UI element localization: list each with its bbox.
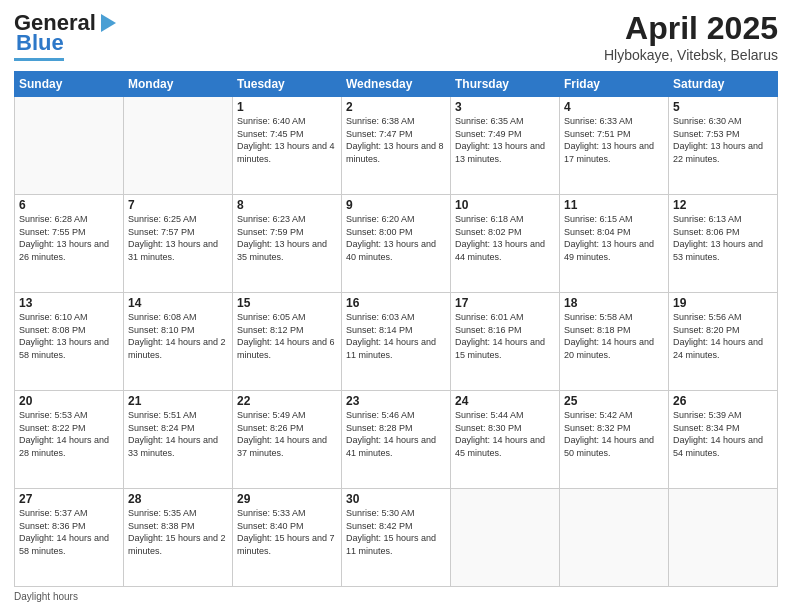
table-row: 29 Sunrise: 5:33 AMSunset: 8:40 PMDaylig… — [233, 489, 342, 587]
day-number: 13 — [19, 296, 119, 310]
day-info: Sunrise: 6:05 AMSunset: 8:12 PMDaylight:… — [237, 312, 335, 360]
day-number: 1 — [237, 100, 337, 114]
day-number: 29 — [237, 492, 337, 506]
day-info: Sunrise: 6:18 AMSunset: 8:02 PMDaylight:… — [455, 214, 545, 262]
day-number: 16 — [346, 296, 446, 310]
table-row — [669, 489, 778, 587]
day-number: 10 — [455, 198, 555, 212]
table-row: 18 Sunrise: 5:58 AMSunset: 8:18 PMDaylig… — [560, 293, 669, 391]
table-row: 9 Sunrise: 6:20 AMSunset: 8:00 PMDayligh… — [342, 195, 451, 293]
footer-note: Daylight hours — [14, 591, 778, 602]
day-number: 9 — [346, 198, 446, 212]
day-info: Sunrise: 5:35 AMSunset: 8:38 PMDaylight:… — [128, 508, 226, 556]
day-number: 3 — [455, 100, 555, 114]
calendar-table: Sunday Monday Tuesday Wednesday Thursday… — [14, 71, 778, 587]
day-number: 27 — [19, 492, 119, 506]
day-info: Sunrise: 5:56 AMSunset: 8:20 PMDaylight:… — [673, 312, 763, 360]
header: General Blue April 2025 Hlybokaye, Viteb… — [14, 10, 778, 63]
day-number: 17 — [455, 296, 555, 310]
table-row: 7 Sunrise: 6:25 AMSunset: 7:57 PMDayligh… — [124, 195, 233, 293]
day-number: 18 — [564, 296, 664, 310]
day-info: Sunrise: 5:37 AMSunset: 8:36 PMDaylight:… — [19, 508, 109, 556]
table-row: 27 Sunrise: 5:37 AMSunset: 8:36 PMDaylig… — [15, 489, 124, 587]
table-row: 4 Sunrise: 6:33 AMSunset: 7:51 PMDayligh… — [560, 97, 669, 195]
col-friday: Friday — [560, 72, 669, 97]
col-saturday: Saturday — [669, 72, 778, 97]
table-row: 12 Sunrise: 6:13 AMSunset: 8:06 PMDaylig… — [669, 195, 778, 293]
day-info: Sunrise: 5:46 AMSunset: 8:28 PMDaylight:… — [346, 410, 436, 458]
logo-blue-text: Blue — [16, 30, 64, 56]
day-info: Sunrise: 6:23 AMSunset: 7:59 PMDaylight:… — [237, 214, 327, 262]
col-monday: Monday — [124, 72, 233, 97]
table-row — [451, 489, 560, 587]
day-number: 21 — [128, 394, 228, 408]
table-row: 3 Sunrise: 6:35 AMSunset: 7:49 PMDayligh… — [451, 97, 560, 195]
table-row: 17 Sunrise: 6:01 AMSunset: 8:16 PMDaylig… — [451, 293, 560, 391]
day-info: Sunrise: 6:03 AMSunset: 8:14 PMDaylight:… — [346, 312, 436, 360]
calendar-week-row: 1 Sunrise: 6:40 AMSunset: 7:45 PMDayligh… — [15, 97, 778, 195]
day-number: 8 — [237, 198, 337, 212]
day-info: Sunrise: 5:51 AMSunset: 8:24 PMDaylight:… — [128, 410, 218, 458]
calendar-week-row: 6 Sunrise: 6:28 AMSunset: 7:55 PMDayligh… — [15, 195, 778, 293]
day-info: Sunrise: 5:53 AMSunset: 8:22 PMDaylight:… — [19, 410, 109, 458]
day-info: Sunrise: 6:10 AMSunset: 8:08 PMDaylight:… — [19, 312, 109, 360]
day-info: Sunrise: 6:38 AMSunset: 7:47 PMDaylight:… — [346, 116, 444, 164]
day-info: Sunrise: 5:42 AMSunset: 8:32 PMDaylight:… — [564, 410, 654, 458]
logo: General Blue — [14, 10, 116, 61]
day-number: 20 — [19, 394, 119, 408]
daylight-label: Daylight hours — [14, 591, 78, 602]
day-info: Sunrise: 6:25 AMSunset: 7:57 PMDaylight:… — [128, 214, 218, 262]
day-number: 2 — [346, 100, 446, 114]
logo-arrow-icon — [101, 14, 116, 32]
day-info: Sunrise: 5:39 AMSunset: 8:34 PMDaylight:… — [673, 410, 763, 458]
day-number: 28 — [128, 492, 228, 506]
calendar-header-row: Sunday Monday Tuesday Wednesday Thursday… — [15, 72, 778, 97]
day-info: Sunrise: 6:20 AMSunset: 8:00 PMDaylight:… — [346, 214, 436, 262]
table-row: 14 Sunrise: 6:08 AMSunset: 8:10 PMDaylig… — [124, 293, 233, 391]
table-row: 6 Sunrise: 6:28 AMSunset: 7:55 PMDayligh… — [15, 195, 124, 293]
day-info: Sunrise: 6:15 AMSunset: 8:04 PMDaylight:… — [564, 214, 654, 262]
table-row: 5 Sunrise: 6:30 AMSunset: 7:53 PMDayligh… — [669, 97, 778, 195]
page: General Blue April 2025 Hlybokaye, Viteb… — [0, 0, 792, 612]
table-row: 1 Sunrise: 6:40 AMSunset: 7:45 PMDayligh… — [233, 97, 342, 195]
table-row: 11 Sunrise: 6:15 AMSunset: 8:04 PMDaylig… — [560, 195, 669, 293]
table-row: 2 Sunrise: 6:38 AMSunset: 7:47 PMDayligh… — [342, 97, 451, 195]
col-thursday: Thursday — [451, 72, 560, 97]
day-number: 30 — [346, 492, 446, 506]
day-number: 26 — [673, 394, 773, 408]
day-info: Sunrise: 6:13 AMSunset: 8:06 PMDaylight:… — [673, 214, 763, 262]
day-info: Sunrise: 6:28 AMSunset: 7:55 PMDaylight:… — [19, 214, 109, 262]
table-row: 16 Sunrise: 6:03 AMSunset: 8:14 PMDaylig… — [342, 293, 451, 391]
calendar-week-row: 20 Sunrise: 5:53 AMSunset: 8:22 PMDaylig… — [15, 391, 778, 489]
day-number: 25 — [564, 394, 664, 408]
day-number: 22 — [237, 394, 337, 408]
day-info: Sunrise: 6:30 AMSunset: 7:53 PMDaylight:… — [673, 116, 763, 164]
col-tuesday: Tuesday — [233, 72, 342, 97]
day-info: Sunrise: 5:44 AMSunset: 8:30 PMDaylight:… — [455, 410, 545, 458]
table-row: 20 Sunrise: 5:53 AMSunset: 8:22 PMDaylig… — [15, 391, 124, 489]
table-row: 21 Sunrise: 5:51 AMSunset: 8:24 PMDaylig… — [124, 391, 233, 489]
day-number: 12 — [673, 198, 773, 212]
day-number: 5 — [673, 100, 773, 114]
col-sunday: Sunday — [15, 72, 124, 97]
table-row: 19 Sunrise: 5:56 AMSunset: 8:20 PMDaylig… — [669, 293, 778, 391]
table-row: 26 Sunrise: 5:39 AMSunset: 8:34 PMDaylig… — [669, 391, 778, 489]
day-info: Sunrise: 6:33 AMSunset: 7:51 PMDaylight:… — [564, 116, 654, 164]
calendar-week-row: 13 Sunrise: 6:10 AMSunset: 8:08 PMDaylig… — [15, 293, 778, 391]
day-info: Sunrise: 6:01 AMSunset: 8:16 PMDaylight:… — [455, 312, 545, 360]
calendar-week-row: 27 Sunrise: 5:37 AMSunset: 8:36 PMDaylig… — [15, 489, 778, 587]
day-number: 14 — [128, 296, 228, 310]
day-info: Sunrise: 5:30 AMSunset: 8:42 PMDaylight:… — [346, 508, 436, 556]
day-info: Sunrise: 5:33 AMSunset: 8:40 PMDaylight:… — [237, 508, 335, 556]
day-info: Sunrise: 6:08 AMSunset: 8:10 PMDaylight:… — [128, 312, 226, 360]
day-info: Sunrise: 6:40 AMSunset: 7:45 PMDaylight:… — [237, 116, 335, 164]
day-number: 4 — [564, 100, 664, 114]
day-number: 19 — [673, 296, 773, 310]
table-row: 25 Sunrise: 5:42 AMSunset: 8:32 PMDaylig… — [560, 391, 669, 489]
day-number: 15 — [237, 296, 337, 310]
day-number: 24 — [455, 394, 555, 408]
col-wednesday: Wednesday — [342, 72, 451, 97]
table-row: 8 Sunrise: 6:23 AMSunset: 7:59 PMDayligh… — [233, 195, 342, 293]
table-row: 13 Sunrise: 6:10 AMSunset: 8:08 PMDaylig… — [15, 293, 124, 391]
day-number: 7 — [128, 198, 228, 212]
